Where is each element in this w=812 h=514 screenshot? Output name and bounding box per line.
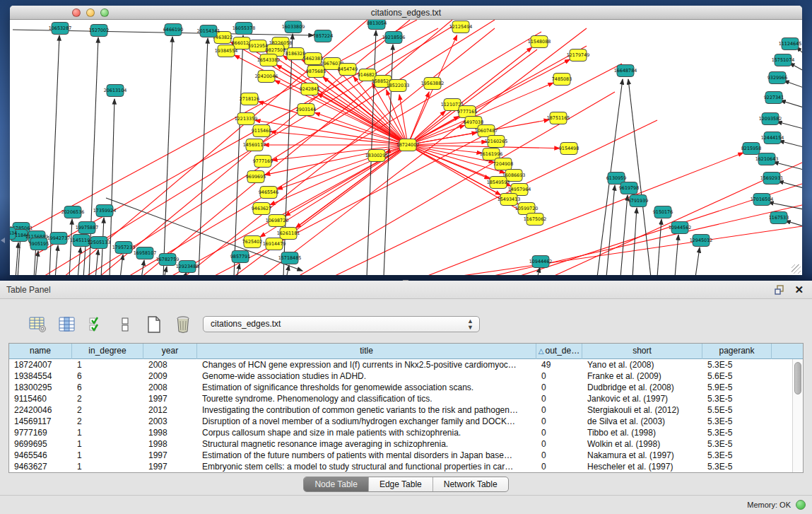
graph-node[interactable]: 10944562 xyxy=(669,222,692,234)
graph-node[interactable]: 19384554 xyxy=(215,45,238,57)
graph-edge[interactable] xyxy=(537,267,540,275)
graph-edge[interactable] xyxy=(675,235,678,275)
graph-node[interactable]: 10653287 xyxy=(49,23,72,35)
graph-edge[interactable] xyxy=(773,162,802,170)
graph-edge[interactable] xyxy=(275,81,408,145)
table-scrollbar[interactable] xyxy=(792,359,803,472)
graph-node[interactable]: 7204908 xyxy=(493,158,513,170)
graph-edge[interactable] xyxy=(452,226,802,275)
graph-edge[interactable] xyxy=(695,247,700,275)
table-scrollbar-thumb[interactable] xyxy=(794,362,801,395)
column-header-title[interactable]: title xyxy=(197,344,536,359)
graph-node[interactable]: 9699695 xyxy=(246,171,266,183)
graph-node[interactable]: 20613104 xyxy=(104,85,127,97)
graph-node[interactable]: 16543382 xyxy=(257,54,281,66)
column-header-out_de[interactable]: △out_de… xyxy=(536,344,582,359)
graph-edge[interactable] xyxy=(620,195,628,275)
graph-node[interactable]: 18549593 xyxy=(487,177,510,189)
graph-node[interactable]: 14569117 xyxy=(243,139,266,151)
graph-node[interactable]: 9242845 xyxy=(300,83,319,95)
graph-node[interactable]: 19218506 xyxy=(382,32,406,44)
graph-node[interactable]: 18522033 xyxy=(387,80,410,92)
table-row[interactable]: 946362711997Embryonic stem cells: a mode… xyxy=(9,461,803,472)
graph-edge[interactable] xyxy=(778,181,802,188)
table-row[interactable]: 969969511998Structural magnetic resonanc… xyxy=(9,438,803,450)
graph-node[interactable]: 12179749 xyxy=(567,49,590,62)
table-settings-icon[interactable] xyxy=(28,315,48,334)
graph-node[interactable]: 5905195 xyxy=(29,238,49,250)
delete-icon[interactable] xyxy=(173,315,193,334)
table-row[interactable]: 946554611997Estimation of the future num… xyxy=(9,450,803,461)
graph-edge[interactable] xyxy=(95,250,98,275)
graph-node[interactable]: 10944462 xyxy=(529,256,553,268)
graph-edge[interactable] xyxy=(424,153,743,275)
graph-node[interactable]: 7625402 xyxy=(242,236,262,248)
graph-node[interactable]: 10607487 xyxy=(475,125,498,137)
graph-node[interactable]: 19975887 xyxy=(76,222,99,234)
table-row[interactable]: 977716911998Corpus callosum shape and si… xyxy=(9,427,803,438)
graph-node[interactable]: 8215958 xyxy=(741,143,761,155)
graph-node[interactable]: 9777165 xyxy=(457,106,477,118)
graph-node[interactable]: 2903144 xyxy=(296,104,316,116)
graph-edge[interactable] xyxy=(286,265,289,275)
tab-edge-table[interactable]: Edge Table xyxy=(369,477,433,491)
graph-node[interactable]: 20154341 xyxy=(197,25,220,37)
graph-node[interactable]: 9463627 xyxy=(252,203,271,215)
graph-edge[interactable] xyxy=(628,79,651,275)
graph-node[interactable]: 19942737 xyxy=(47,233,71,245)
graph-node[interactable]: 1527002 xyxy=(89,25,109,37)
close-panel-icon[interactable]: ✕ xyxy=(794,284,804,296)
table-row[interactable]: 1938455462009Genome-wide association stu… xyxy=(9,370,803,382)
panel-collapse-arrow-icon[interactable] xyxy=(1,238,5,243)
graph-node[interactable]: 8813054 xyxy=(367,20,387,30)
graph-edge[interactable] xyxy=(55,245,58,275)
graph-node[interactable]: 9777169 xyxy=(253,156,273,168)
graph-node[interactable]: 9150176 xyxy=(653,206,673,218)
graph-node[interactable]: 17016504 xyxy=(751,194,774,206)
graph-node[interactable]: 12923488 xyxy=(176,261,199,273)
graph-node[interactable]: 18751165 xyxy=(547,112,570,124)
table-row[interactable]: 911546021997Tourette syndrome. Phenomeno… xyxy=(9,393,803,404)
graph-edge[interactable] xyxy=(632,208,637,275)
graph-node[interactable]: 10698720 xyxy=(266,215,289,227)
table-column-icon[interactable] xyxy=(57,315,77,334)
column-header-short[interactable]: short xyxy=(582,344,702,359)
graph-edge[interactable] xyxy=(164,267,167,275)
row-height-icon[interactable] xyxy=(115,315,135,334)
table-row[interactable]: 1830029562008Estimation of significance … xyxy=(9,382,803,393)
graph-node[interactable]: 7857224 xyxy=(313,30,333,42)
graph-edge[interactable] xyxy=(120,255,123,275)
graph-node[interactable]: 9857791 xyxy=(230,251,250,263)
graph-edge[interactable] xyxy=(784,81,802,88)
graph-node[interactable]: 19563882 xyxy=(421,78,445,90)
graph-node[interactable]: 1167533 xyxy=(769,212,789,224)
graph-edge[interactable] xyxy=(408,47,532,145)
window-titlebar[interactable]: citations_edges.txt xyxy=(10,6,802,20)
graph-node[interactable]: 6466190 xyxy=(163,24,183,36)
graph-node[interactable]: 11124645 xyxy=(779,38,802,50)
table-selector-dropdown[interactable]: citations_edges.txt ▲▼ xyxy=(203,316,480,332)
graph-edge[interactable] xyxy=(777,122,802,129)
graph-node[interactable]: 11675062 xyxy=(524,214,547,226)
tab-network-table[interactable]: Network Table xyxy=(433,477,508,491)
graph-node[interactable]: 17957233 xyxy=(112,242,136,254)
graph-node[interactable]: 20206536 xyxy=(61,206,85,218)
graph-edge[interactable] xyxy=(106,198,302,271)
graph-node[interactable]: 9115460 xyxy=(252,125,271,137)
graph-node[interactable]: 7485083 xyxy=(552,74,572,86)
graph-edge[interactable] xyxy=(779,141,802,147)
graph-edge[interactable] xyxy=(768,202,802,209)
graph-edge[interactable] xyxy=(78,247,81,275)
graph-node[interactable]: 16648784 xyxy=(614,65,637,77)
graph-node[interactable]: 12093582 xyxy=(759,113,782,125)
graph-node[interactable]: 15718485 xyxy=(278,252,302,264)
graph-node[interactable]: 15692931 xyxy=(760,173,784,185)
network-canvas[interactable]: 1872400718300295746382286601285912954182… xyxy=(10,20,802,275)
graph-node[interactable]: 22420046 xyxy=(255,71,278,83)
graph-node[interactable]: 12945012 xyxy=(690,235,713,247)
graph-node[interactable]: 9329966 xyxy=(767,72,787,84)
graph-node[interactable]: 11548088 xyxy=(528,36,551,48)
column-header-year[interactable]: year xyxy=(143,344,197,359)
graph-edge[interactable] xyxy=(780,100,802,107)
select-columns-icon[interactable] xyxy=(86,315,106,334)
